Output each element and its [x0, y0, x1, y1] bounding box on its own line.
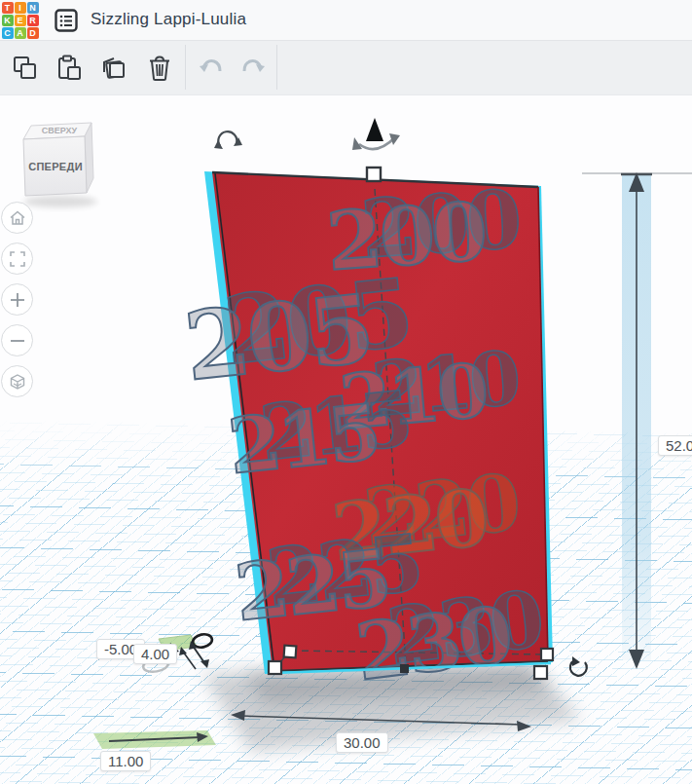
logo-tile: C — [2, 27, 14, 39]
perspective-cube-icon — [9, 373, 26, 391]
header: T I N K E R C A D Sizzling Lappi-Luulia — [0, 0, 692, 41]
copy-button[interactable] — [12, 55, 39, 82]
home-icon — [11, 211, 24, 224]
design-menu-icon[interactable] — [55, 9, 78, 32]
view-cube[interactable]: СПЕРЕДИ СВЕРХУ — [23, 123, 97, 207]
duplicate-button[interactable] — [100, 55, 127, 82]
toolbar-divider — [185, 45, 186, 90]
logo-tile: N — [27, 2, 39, 14]
ruler-y-value[interactable]: 4.00 — [133, 644, 177, 664]
rotate-handle-bottom-right[interactable] — [570, 656, 587, 676]
delete-button[interactable] — [146, 55, 173, 82]
corner-handle-front-left[interactable] — [269, 661, 281, 674]
logo-tile: E — [15, 15, 26, 26]
tinkercad-logo[interactable]: T I N K E R C A D — [1, 1, 39, 39]
home-view-button[interactable] — [1, 202, 33, 234]
zoom-out-button[interactable] — [1, 324, 33, 356]
logo-tile: D — [27, 27, 39, 39]
view-cube-shadow — [23, 196, 97, 207]
toolbar-divider — [276, 45, 277, 90]
corner-handle-back-right[interactable] — [541, 649, 553, 660]
height-value[interactable]: 52.00 — [658, 435, 692, 456]
midpoint-handle-bottom[interactable] — [400, 664, 409, 673]
undo-button[interactable] — [198, 55, 225, 82]
redo-button[interactable] — [239, 55, 267, 82]
perspective-toggle-button[interactable] — [1, 365, 33, 397]
number-front-face: 215 — [224, 387, 382, 491]
move-up-handle[interactable] — [352, 118, 400, 150]
view-cube-top-label: СВЕРХУ — [42, 126, 78, 135]
number-front-face: 230 — [351, 588, 515, 698]
logo-tile: T — [2, 2, 14, 14]
paste-button[interactable] — [55, 55, 83, 82]
viewport[interactable]: 200 200 205 205 210 210 215 215 220 220 … — [0, 94, 692, 784]
ruler-offset-value[interactable]: 11.00 — [100, 751, 151, 771]
corner-handle-back-left[interactable] — [284, 646, 297, 658]
design-title[interactable]: Sizzling Lappi-Luulia — [91, 10, 246, 29]
rotate-handle-top-left[interactable] — [214, 131, 242, 149]
fit-view-button[interactable] — [1, 243, 33, 275]
logo-tile: I — [15, 2, 26, 14]
fit-view-icon — [9, 250, 26, 268]
tinkercad-app: T I N K E R C A D Sizzling Lappi-Luulia — [0, 0, 692, 784]
toolbar — [0, 41, 692, 95]
logo-tile: A — [15, 27, 26, 39]
top-scale-handle[interactable] — [367, 168, 381, 181]
minus-icon — [9, 332, 26, 350]
width-value[interactable]: 30.00 — [336, 732, 388, 753]
logo-tile: K — [2, 15, 14, 26]
logo-tile: R — [27, 15, 39, 26]
plus-icon — [9, 291, 26, 309]
scene: 200 200 205 205 210 210 215 215 220 220 … — [0, 94, 692, 784]
view-cube-front-label: СПЕРЕДИ — [28, 161, 83, 172]
zoom-in-button[interactable] — [1, 283, 33, 316]
corner-handle-front-right[interactable] — [534, 666, 547, 679]
